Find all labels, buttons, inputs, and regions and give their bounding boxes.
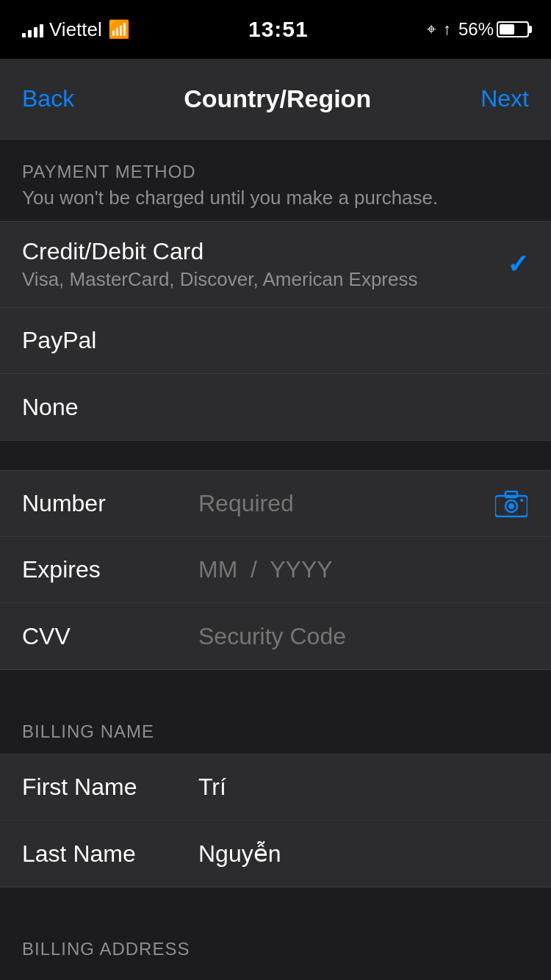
- gap-1: [0, 441, 551, 470]
- billing-address-title: BILLING ADDRESS: [22, 939, 529, 959]
- paypal-info: PayPal: [22, 327, 529, 354]
- credit-card-info: Credit/Debit Card Visa, MasterCard, Disc…: [22, 238, 507, 291]
- last-name-label: Last Name: [22, 840, 198, 868]
- signal-bar-3: [34, 27, 37, 37]
- battery-percent: 56%: [458, 19, 494, 40]
- camera-icon[interactable]: [493, 488, 529, 520]
- location-icon: ⌖: [427, 20, 436, 39]
- battery-icon: [497, 21, 529, 37]
- payment-option-none[interactable]: None: [0, 374, 551, 440]
- paypal-title: PayPal: [22, 327, 529, 354]
- signal-bar-4: [40, 24, 43, 37]
- signal-bar-1: [22, 33, 26, 37]
- expires-input[interactable]: [198, 556, 529, 583]
- back-button[interactable]: Back: [22, 85, 74, 112]
- none-title: None: [22, 394, 529, 421]
- cvv-label: CVV: [22, 623, 198, 650]
- status-time: 13:51: [248, 17, 309, 42]
- credit-card-title: Credit/Debit Card: [22, 238, 507, 265]
- payment-method-subtitle: You won't be charged until you make a pu…: [22, 187, 529, 209]
- cvv-field-row[interactable]: CVV: [0, 603, 551, 669]
- battery-container: 56%: [458, 19, 529, 40]
- number-input[interactable]: [198, 490, 493, 517]
- status-right: ⌖ ↑ 56%: [427, 19, 529, 40]
- number-label: Number: [22, 490, 198, 517]
- expires-label: Expires: [22, 556, 198, 583]
- number-field-row[interactable]: Number: [0, 471, 551, 537]
- billing-name-header: BILLING NAME: [0, 699, 551, 754]
- last-name-field-row[interactable]: Last Name Nguyễn: [0, 821, 551, 887]
- status-left: Viettel 📶: [22, 18, 130, 41]
- cvv-input[interactable]: [198, 623, 529, 650]
- svg-rect-3: [505, 491, 517, 497]
- payment-option-paypal[interactable]: PayPal: [0, 308, 551, 374]
- signal-bar-2: [28, 30, 32, 37]
- billing-name-group: First Name Trí Last Name Nguyễn: [0, 754, 551, 887]
- payment-option-credit-card[interactable]: Credit/Debit Card Visa, MasterCard, Disc…: [0, 222, 551, 308]
- payment-method-group: Credit/Debit Card Visa, MasterCard, Disc…: [0, 221, 551, 441]
- svg-point-4: [520, 499, 523, 502]
- credit-card-subtitle: Visa, MasterCard, Discover, American Exp…: [22, 268, 507, 291]
- first-name-value: Trí: [198, 774, 226, 801]
- payment-method-title: PAYMENT METHOD: [22, 162, 529, 182]
- next-button[interactable]: Next: [480, 85, 529, 112]
- billing-name-title: BILLING NAME: [22, 721, 529, 742]
- carrier-name: Viettel: [49, 18, 102, 41]
- status-bar: Viettel 📶 13:51 ⌖ ↑ 56%: [0, 0, 551, 59]
- wifi-icon: 📶: [108, 19, 130, 40]
- signal-bars-icon: [22, 21, 43, 37]
- nav-bar: Back Country/Region Next: [0, 59, 551, 140]
- first-name-label: First Name: [22, 774, 198, 801]
- last-name-value: Nguyễn: [198, 840, 281, 868]
- navigation-icon: ↑: [443, 20, 451, 39]
- credit-card-checkmark: ✓: [507, 249, 529, 280]
- card-fields-group: Number Expires CVV: [0, 470, 551, 670]
- none-info: None: [22, 394, 529, 421]
- battery-fill: [500, 24, 514, 35]
- first-name-field-row[interactable]: First Name Trí: [0, 754, 551, 821]
- payment-method-header: PAYMENT METHOD You won't be charged unti…: [0, 140, 551, 221]
- gap-2: [0, 670, 551, 699]
- nav-title: Country/Region: [184, 84, 371, 113]
- expires-field-row[interactable]: Expires: [0, 537, 551, 603]
- billing-address-header: BILLING ADDRESS: [0, 917, 551, 959]
- svg-point-2: [508, 503, 514, 509]
